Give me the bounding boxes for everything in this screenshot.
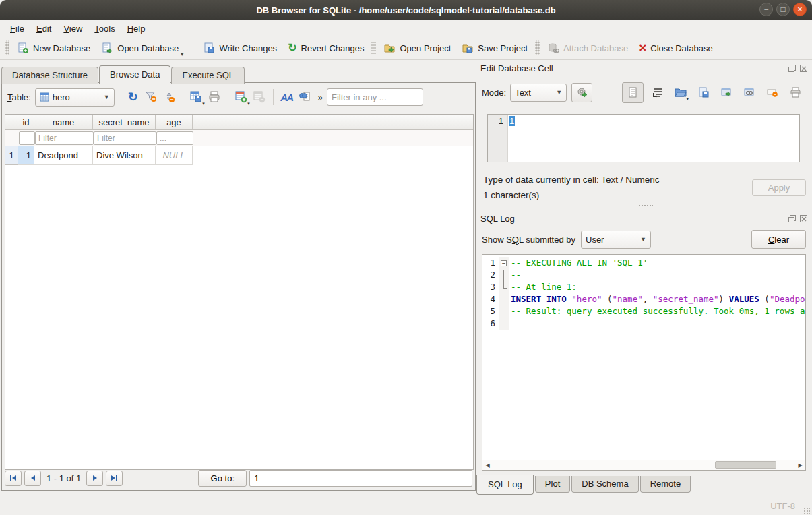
text-document-icon bbox=[627, 86, 639, 98]
open-project-button[interactable]: Open Project bbox=[378, 38, 456, 57]
table-icon bbox=[40, 92, 49, 102]
tab-database-structure[interactable]: Database Structure bbox=[1, 67, 98, 84]
set-null-button[interactable] bbox=[763, 84, 781, 102]
insert-record-menu-arrow[interactable]: ▾ bbox=[247, 101, 250, 107]
grid-header-row: id name secret_name age bbox=[5, 115, 473, 130]
toolbar-grip[interactable] bbox=[371, 40, 376, 55]
dock-tab-sql-log[interactable]: SQL Log bbox=[476, 475, 534, 495]
table-select-value: hero bbox=[53, 92, 70, 102]
clear-filters-button[interactable] bbox=[142, 88, 160, 107]
save-project-button[interactable]: Save Project bbox=[456, 38, 533, 57]
close-button[interactable]: × bbox=[793, 3, 807, 16]
mode-select[interactable]: Text ▼ bbox=[510, 84, 567, 102]
sql-log-editor[interactable]: 1−-- EXECUTING ALL IN 'SQL 1'2--3-- At l… bbox=[482, 254, 806, 471]
close-dock-icon[interactable] bbox=[799, 214, 808, 223]
filter-input-name[interactable] bbox=[35, 131, 94, 145]
toolbar-grip[interactable] bbox=[5, 40, 9, 55]
title-bar[interactable]: DB Browser for SQLite - /home/user/code/… bbox=[0, 0, 812, 20]
next-record-button[interactable] bbox=[86, 471, 103, 486]
edit-display-format-button[interactable]: AA bbox=[278, 88, 296, 107]
previous-record-button[interactable] bbox=[24, 471, 41, 486]
column-header-secret-name[interactable]: secret_name bbox=[93, 115, 156, 129]
cell-editor-content[interactable]: 1 bbox=[509, 116, 515, 126]
toolbar-overflow-chevron[interactable]: » bbox=[318, 92, 323, 102]
menu-view[interactable]: View bbox=[57, 22, 88, 35]
save-project-label: Save Project bbox=[478, 43, 528, 53]
open-in-app-button[interactable] bbox=[717, 84, 735, 102]
scrollbar-thumb[interactable] bbox=[715, 461, 776, 469]
toolbar-grip[interactable] bbox=[535, 40, 540, 55]
float-dock-icon[interactable] bbox=[788, 214, 797, 223]
column-header-age[interactable]: age bbox=[156, 115, 193, 129]
cell-name[interactable]: Deadpond bbox=[34, 146, 93, 165]
row-number-header[interactable]: 1 bbox=[5, 146, 18, 165]
dock-splitter-handle[interactable] bbox=[638, 204, 653, 207]
revert-changes-button[interactable]: ↻ Revert Changes bbox=[282, 38, 369, 57]
word-wrap-button[interactable] bbox=[648, 84, 666, 102]
print-button[interactable] bbox=[206, 88, 224, 107]
link-icon bbox=[743, 86, 755, 98]
filter-input-id[interactable] bbox=[19, 131, 35, 145]
find-in-table-button[interactable] bbox=[296, 88, 314, 107]
scroll-left-icon[interactable]: ◀ bbox=[482, 460, 493, 470]
menu-file[interactable]: File bbox=[4, 22, 30, 35]
dock-tab-plot[interactable]: Plot bbox=[535, 476, 570, 493]
cell-mode-row: Mode: Text ▼ bbox=[482, 82, 807, 103]
fold-collapse-icon[interactable]: − bbox=[501, 260, 507, 266]
column-header-name[interactable]: name bbox=[34, 115, 93, 129]
filter-input-age[interactable] bbox=[156, 131, 193, 145]
close-database-button[interactable]: × Close Database bbox=[633, 38, 718, 57]
tab-execute-sql[interactable]: Execute SQL bbox=[171, 67, 245, 84]
clear-log-button[interactable]: Clear bbox=[751, 230, 806, 249]
cell-id[interactable]: 1 bbox=[18, 146, 34, 165]
save-table-menu-arrow[interactable]: ▾ bbox=[202, 101, 205, 107]
menu-help[interactable]: Help bbox=[121, 22, 152, 35]
import-cell-button[interactable]: ▾ bbox=[671, 84, 689, 102]
goto-button[interactable]: Go to: bbox=[198, 470, 247, 487]
sql-source-select[interactable]: User ▼ bbox=[581, 231, 651, 249]
refresh-button[interactable]: ↻ bbox=[124, 88, 142, 107]
cell-age[interactable]: NULL bbox=[156, 146, 193, 165]
cell-editor[interactable]: 1 1 bbox=[487, 114, 800, 162]
menu-edit[interactable]: Edit bbox=[30, 22, 57, 35]
minimize-button[interactable]: − bbox=[759, 3, 773, 16]
open-database-label: Open Database bbox=[117, 43, 179, 53]
clear-sorting-button[interactable] bbox=[160, 88, 179, 107]
filter-any-input[interactable] bbox=[327, 88, 423, 106]
table-select[interactable]: hero ▼ bbox=[35, 88, 115, 107]
import-menu-arrow[interactable]: ▾ bbox=[686, 96, 689, 102]
goto-input[interactable] bbox=[249, 470, 472, 487]
dock-tab-remote[interactable]: Remote bbox=[640, 476, 691, 493]
open-database-menu-arrow[interactable]: ▾ bbox=[181, 51, 183, 57]
float-dock-icon[interactable] bbox=[788, 64, 797, 73]
last-record-button[interactable] bbox=[106, 471, 123, 486]
word-wrap-icon bbox=[652, 86, 664, 98]
print-icon bbox=[208, 90, 221, 104]
copy-link-button[interactable] bbox=[740, 84, 758, 102]
sql-log-hscrollbar[interactable]: ◀ ▶ bbox=[482, 460, 805, 470]
first-record-button[interactable] bbox=[5, 471, 22, 486]
cell-secret-name[interactable]: Dive Wilson bbox=[93, 146, 156, 165]
sql-log-line: 5-- Result: query executed successfully.… bbox=[482, 306, 805, 318]
export-cell-button[interactable] bbox=[694, 84, 712, 102]
column-header-id[interactable]: id bbox=[18, 115, 34, 129]
menu-tools[interactable]: Tools bbox=[88, 22, 121, 35]
new-database-button[interactable]: New Database bbox=[11, 38, 96, 57]
scroll-right-icon[interactable]: ▶ bbox=[795, 460, 805, 470]
open-database-button[interactable]: Open Database ▾ bbox=[96, 38, 189, 57]
resize-grip[interactable] bbox=[803, 507, 810, 514]
tab-browse-data[interactable]: Browse Data bbox=[99, 65, 170, 84]
font-format-icon: AA bbox=[280, 92, 292, 103]
filter-input-secret-name[interactable] bbox=[94, 131, 156, 145]
print-cell-button[interactable] bbox=[786, 84, 804, 102]
import-file-icon bbox=[674, 86, 687, 98]
close-dock-icon[interactable] bbox=[799, 64, 808, 73]
apply-settings-button[interactable] bbox=[571, 83, 592, 102]
sql-log-line: 1−-- EXECUTING ALL IN 'SQL 1' bbox=[482, 258, 805, 270]
insert-record-button[interactable]: ▾ bbox=[232, 88, 251, 107]
maximize-button[interactable]: □ bbox=[776, 3, 790, 16]
save-table-button[interactable]: ▾ bbox=[187, 88, 206, 107]
dock-tab-db-schema[interactable]: DB Schema bbox=[571, 476, 638, 493]
write-changes-button[interactable]: Write Changes bbox=[197, 38, 282, 57]
text-mode-button[interactable] bbox=[622, 82, 644, 103]
